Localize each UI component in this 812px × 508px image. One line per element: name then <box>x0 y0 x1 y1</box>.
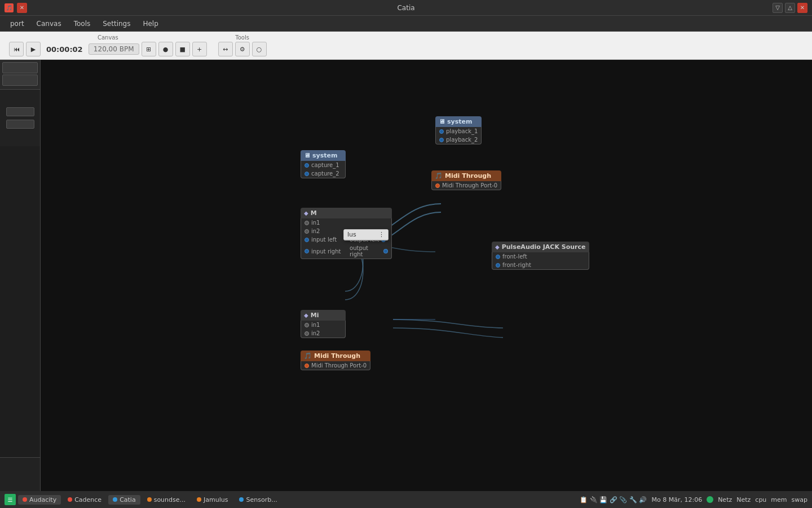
node-midi-through-bottom[interactable]: 🎵 Midi Through Midi Through Port-0 <box>301 351 370 370</box>
menu-canvas[interactable]: Canvas <box>31 18 67 29</box>
taskbar: ☰ Audacity Cadence Catia soundse... Jamu… <box>0 491 812 508</box>
menu-tools[interactable]: Tools <box>68 18 96 29</box>
close-button-right[interactable]: ✕ <box>797 3 807 13</box>
plugin-diamond-icon: ◆ <box>304 210 308 216</box>
titlebar: 🎵 ✕ Catia ▽ △ ✕ <box>0 0 812 16</box>
context-close[interactable]: ⋮ <box>378 231 385 238</box>
sidebar-group-1 <box>0 60 40 90</box>
node-plugin-mi-ports: in1 in2 <box>301 321 346 338</box>
fit-button[interactable]: ⊞ <box>142 42 156 56</box>
canvas-buttons: ⏮ ▶ 00:00:02 120,00 BPM ⊞ ● ■ + <box>9 42 207 56</box>
titlebar-controls: ▽ △ ✕ <box>773 3 807 13</box>
port-mi-in2[interactable]: in2 <box>301 329 345 338</box>
node-system-left-ports: capture_1 capture_2 <box>301 161 346 178</box>
port-front-left[interactable]: front-left <box>492 252 589 261</box>
port-il-dot <box>304 238 309 242</box>
port-input-right[interactable]: input right <box>301 244 346 259</box>
record-button[interactable]: ● <box>158 42 173 56</box>
soundse-label: soundse... <box>154 496 186 503</box>
taskbar-system-icon[interactable]: ☰ <box>5 494 16 505</box>
taskbar-icons: 📋 🔌 💾 🔗 📎 🔧 🔊 <box>580 496 647 503</box>
port-in1-dot <box>304 221 309 225</box>
port-dot-midi-bottom <box>304 364 309 368</box>
port-midi-through-port-0-top[interactable]: Midi Through Port-0 <box>432 181 501 190</box>
cpu-label: cpu <box>755 496 766 503</box>
jamulus-dot <box>197 497 201 502</box>
node-midi-through-bottom-title: Midi Through <box>314 352 360 360</box>
menubar: port Canvas Tools Settings Help <box>0 16 812 32</box>
port-capture-2[interactable]: capture_2 <box>301 169 345 178</box>
sidebar-btn-2[interactable] <box>2 75 38 86</box>
toolbar: Canvas ⏮ ▶ 00:00:02 120,00 BPM ⊞ ● ■ + T… <box>0 32 812 60</box>
taskbar-jamulus[interactable]: Jamulus <box>192 495 232 505</box>
midi-bottom-icon: 🎵 <box>304 352 312 360</box>
network1-label: Netz <box>718 496 732 503</box>
plus-button[interactable]: + <box>192 42 207 56</box>
port-mi-in1[interactable]: in1 <box>301 321 345 329</box>
node-system-left[interactable]: 🖥 system capture_1 capture_2 <box>301 150 346 178</box>
rewind-button[interactable]: ⏮ <box>9 42 24 56</box>
node-plugin-mi[interactable]: ◆ Mi in1 in2 <box>301 310 346 338</box>
menu-settings[interactable]: Settings <box>97 18 136 29</box>
close-button[interactable]: ✕ <box>17 3 27 13</box>
wrap-button[interactable]: ↔ <box>218 42 233 56</box>
node-midi-through-top-title: Midi Through <box>445 172 491 179</box>
port-playback-2[interactable]: playback_2 <box>436 135 481 144</box>
node-pulse-ports: front-left front-right <box>492 252 589 270</box>
network2-label: Netz <box>736 496 751 503</box>
taskbar-soundse[interactable]: soundse... <box>143 495 190 505</box>
node-midi-through-top-ports: Midi Through Port-0 <box>431 181 501 190</box>
node-pulse-source[interactable]: ◆ PulseAudio JACK Source front-left fron… <box>492 242 589 270</box>
port-fr-dot <box>496 263 500 268</box>
taskbar-sensorb[interactable]: Sensorb... <box>235 495 281 505</box>
port-ir-dot <box>304 249 309 253</box>
sidebar-control-2[interactable] <box>6 120 34 129</box>
sidebar-controls <box>0 90 40 146</box>
window-title: Catia <box>397 4 414 12</box>
node-plugin-m-title: M <box>311 209 317 217</box>
sidebar-btn-1[interactable] <box>2 62 38 73</box>
stop-button[interactable]: ■ <box>175 42 190 56</box>
node-midi-through-top[interactable]: 🎵 Midi Through Midi Through Port-0 <box>431 170 501 190</box>
taskbar-audacity[interactable]: Audacity <box>18 495 61 505</box>
sidebar-empty <box>0 146 40 457</box>
maximize-button[interactable]: △ <box>785 3 795 13</box>
menu-port[interactable]: port <box>5 18 30 29</box>
jamulus-label: Jamulus <box>204 496 228 503</box>
cadence-dot <box>68 497 72 502</box>
catia-label: Catia <box>120 496 136 503</box>
titlebar-left: 🎵 ✕ <box>5 3 27 13</box>
port-dot-c2 <box>304 172 309 176</box>
menu-help[interactable]: Help <box>137 18 164 29</box>
connections-svg <box>41 60 812 491</box>
toolbar-section-tools: Tools ↔ ⚙ ○ <box>218 34 267 56</box>
port-input-left[interactable]: input left <box>301 235 346 244</box>
cadence-label: Cadence <box>74 496 102 503</box>
circle-button[interactable]: ○ <box>252 42 267 56</box>
taskbar-catia[interactable]: Catia <box>108 495 140 505</box>
taskbar-cadence[interactable]: Cadence <box>63 495 106 505</box>
port-midi-through-port-0-bottom[interactable]: Midi Through Port-0 <box>301 361 370 370</box>
port-in1[interactable]: in1 <box>301 218 391 227</box>
play-button[interactable]: ▶ <box>26 42 41 56</box>
port-or-dot <box>383 249 388 253</box>
taskbar-clock: 📋 🔌 💾 🔗 📎 🔧 🔊 Mo 8 Mär, 12:06 Netz Netz … <box>580 496 807 503</box>
minimize-button[interactable]: ▽ <box>773 3 783 13</box>
sensorb-label: Sensorb... <box>246 496 277 503</box>
port-dot-midi <box>435 183 440 188</box>
node-pulse-title: PulseAudio JACK Source <box>502 243 586 251</box>
app-icon: 🎵 <box>5 3 14 12</box>
port-front-right[interactable]: front-right <box>492 261 589 269</box>
node-plugin-m-header: ◆ M <box>301 208 392 218</box>
node-system-top[interactable]: 🖥 system playback_1 playback_2 <box>435 116 482 144</box>
port-dot-2 <box>439 138 444 142</box>
context-panel[interactable]: lus ⋮ <box>343 229 389 240</box>
sidebar-control-1[interactable] <box>6 107 34 116</box>
canvas-area[interactable]: 🖥 system playback_1 playback_2 🎵 Midi Th… <box>41 60 812 491</box>
port-output-right[interactable]: output right <box>346 244 391 259</box>
port-playback-1[interactable]: playback_1 <box>436 127 481 135</box>
port-mi-in1-dot <box>304 323 309 327</box>
bpm-display[interactable]: 120,00 BPM <box>89 43 139 55</box>
port-capture-1[interactable]: capture_1 <box>301 161 345 169</box>
settings-button[interactable]: ⚙ <box>235 42 250 56</box>
